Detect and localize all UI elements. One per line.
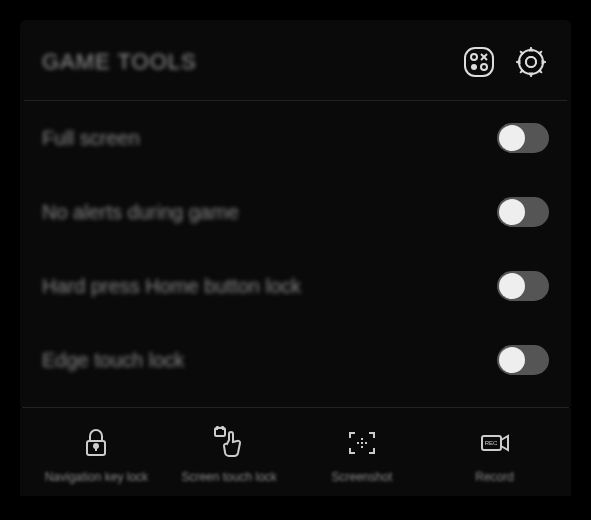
lock-icon <box>79 426 113 460</box>
setting-row-home-lock: Hard press Home button lock <box>24 249 567 323</box>
action-label: Screen touch lock <box>181 470 276 486</box>
action-record[interactable]: REC Record <box>440 426 550 486</box>
header: GAME TOOLS <box>24 20 567 101</box>
action-touch-lock[interactable]: Screen touch lock <box>174 426 284 486</box>
action-screenshot[interactable]: Screenshot <box>307 426 417 486</box>
toggle-fullscreen[interactable] <box>497 123 549 153</box>
setting-label: Edge touch lock <box>42 349 497 372</box>
action-nav-lock[interactable]: Navigation key lock <box>41 426 151 486</box>
setting-label: Hard press Home button lock <box>42 275 497 298</box>
touch-lock-icon <box>212 426 246 460</box>
page-title: GAME TOOLS <box>42 49 461 75</box>
action-bar: Navigation key lock Screen touch lock Sc… <box>20 408 571 496</box>
svg-point-10 <box>94 444 98 448</box>
game-tools-panel: GAME TOOLS <box>20 20 571 407</box>
toggle-no-alerts[interactable] <box>497 197 549 227</box>
action-label: Navigation key lock <box>45 470 148 486</box>
svg-point-1 <box>471 54 477 60</box>
action-label: Record <box>475 470 514 486</box>
action-label: Screenshot <box>332 470 393 486</box>
setting-label: No alerts during game <box>42 201 497 224</box>
setting-row-edge-lock: Edge touch lock <box>24 323 567 397</box>
svg-point-5 <box>471 64 477 70</box>
settings-gear-icon[interactable] <box>513 44 549 80</box>
setting-row-fullscreen: Full screen <box>24 101 567 175</box>
screenshot-icon <box>345 426 379 460</box>
game-launcher-icon[interactable] <box>461 44 497 80</box>
svg-rect-0 <box>465 48 493 76</box>
svg-point-8 <box>526 57 536 67</box>
toggle-home-lock[interactable] <box>497 271 549 301</box>
setting-label: Full screen <box>42 127 497 150</box>
svg-point-2 <box>481 64 487 70</box>
svg-text:REC: REC <box>484 440 497 446</box>
toggle-edge-lock[interactable] <box>497 345 549 375</box>
record-icon: REC <box>478 426 512 460</box>
setting-row-no-alerts: No alerts during game <box>24 175 567 249</box>
header-icons <box>461 44 549 80</box>
